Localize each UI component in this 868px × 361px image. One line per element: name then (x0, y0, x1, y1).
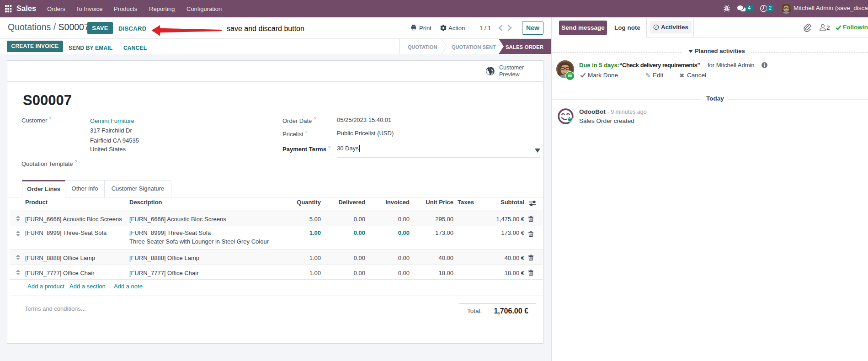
svg-text:QUOTATION: QUOTATION (408, 44, 437, 50)
svg-text:QUOTATION SENT: QUOTATION SENT (452, 44, 496, 50)
svg-text:SALES ORDER: SALES ORDER (506, 44, 544, 50)
